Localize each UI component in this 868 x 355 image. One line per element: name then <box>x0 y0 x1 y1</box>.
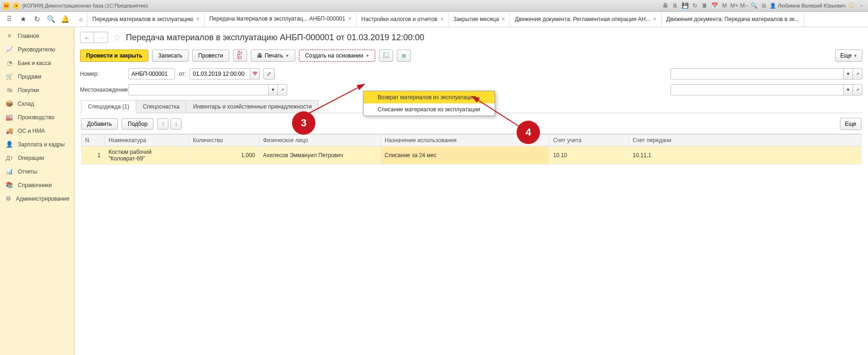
calendar-button[interactable]: 📅 <box>250 68 260 80</box>
number-input[interactable] <box>128 68 175 80</box>
move-down-button[interactable]: ↓ <box>170 118 182 130</box>
tab-item[interactable]: Закрытие месяца× <box>449 12 511 27</box>
info-icon[interactable]: ⓘ <box>848 2 855 9</box>
preview-icon[interactable]: 🗎 <box>671 2 679 9</box>
sidebar-item-manager[interactable]: 📈Руководителю <box>0 43 74 56</box>
dropdown-button[interactable]: ▼ <box>844 68 853 80</box>
chart-icon: 📈 <box>6 46 13 53</box>
col-person[interactable]: Физическое лицо <box>259 135 381 146</box>
org-input[interactable] <box>671 68 844 80</box>
cell-person[interactable]: Ахилесов Эммануил Петрович <box>259 146 381 165</box>
close-icon[interactable]: × <box>196 16 199 22</box>
mplus-icon[interactable]: М+ <box>730 2 738 9</box>
print-icon[interactable]: 🖶 <box>662 2 669 9</box>
warehouse-input[interactable] <box>671 84 844 95</box>
sidebar-item-bank[interactable]: ◔Банк и касса <box>0 56 74 70</box>
col-n[interactable]: N <box>81 135 105 146</box>
date-input[interactable] <box>190 68 250 80</box>
user-label[interactable]: 👤 Любимов Валерий Юрьевич <box>770 3 846 9</box>
notifications-icon[interactable]: 🔔 <box>61 15 69 23</box>
subtab-tooling[interactable]: Спецоснастка <box>136 100 186 113</box>
menu-item-writeoff[interactable]: Списание материалов из эксплуатации <box>364 103 495 116</box>
favorite-icon[interactable]: ☆ <box>113 32 121 43</box>
cell-n[interactable]: 1 <box>81 146 105 165</box>
tab-label: Передача материалов в эксплуатацию <box>92 16 193 22</box>
create-based-menu: Возврат материалов из эксплуатации Списа… <box>363 91 495 116</box>
cell-nomenclature[interactable]: Костюм рабочий "Коловрат-69" <box>105 146 189 165</box>
chevron-down-icon: ▼ <box>365 54 369 58</box>
location-input[interactable] <box>128 84 269 95</box>
favorites-icon[interactable]: ★ <box>19 15 27 23</box>
nav-forward-button[interactable]: → <box>94 32 108 43</box>
refresh-icon[interactable]: ↻ <box>691 2 699 9</box>
cell-purpose[interactable]: Списание за 24 мес <box>381 146 549 165</box>
cell-transfer-account[interactable]: 10.11.1 <box>629 146 861 165</box>
open-button[interactable]: ↗ <box>853 84 862 95</box>
minimize-icon[interactable]: − <box>858 2 865 9</box>
close-icon[interactable]: × <box>502 16 505 22</box>
window-icon[interactable]: ⧉ <box>760 2 767 9</box>
close-icon[interactable]: × <box>440 16 444 22</box>
sidebar-item-assets[interactable]: 🚚ОС и НМА <box>0 124 74 138</box>
col-nomenclature[interactable]: Номенклатура <box>105 135 189 146</box>
sidebar-item-admin[interactable]: ⚙Администрирование <box>0 192 74 205</box>
grid-more-button[interactable]: Еще <box>840 118 861 130</box>
save-icon[interactable]: 💾 <box>681 2 689 9</box>
mminus-icon[interactable]: М− <box>740 2 748 9</box>
expand-button[interactable]: ⤢ <box>263 68 275 80</box>
cell-account[interactable]: 10.10 <box>549 146 629 165</box>
apps-icon[interactable]: ⠿ <box>5 15 13 23</box>
tab-item[interactable]: Движения документа: Передача материалов … <box>662 12 804 27</box>
dt-kt-button[interactable]: ДтКт <box>233 50 247 62</box>
calendar-icon[interactable]: 📅 <box>711 2 718 9</box>
cell-quantity[interactable]: 1,000 <box>189 146 259 165</box>
calc-icon[interactable]: 🖩 <box>701 2 708 9</box>
sidebar-item-warehouse[interactable]: 📦Склад <box>0 97 74 110</box>
menu-item-return[interactable]: Возврат материалов из эксплуатации <box>364 91 495 103</box>
dropdown-button[interactable]: ▼ <box>269 84 278 95</box>
pick-button[interactable]: Подбор <box>122 118 153 130</box>
tab-home[interactable]: ⌂ <box>74 12 88 27</box>
app-menu-button[interactable]: ▾ <box>13 2 20 9</box>
sidebar-item-reports[interactable]: 📊Отчеты <box>0 165 74 178</box>
related-docs-button[interactable]: ⿺ <box>379 50 393 62</box>
subtab-inventory[interactable]: Инвентарь и хозяйственные принадлежности <box>186 100 319 113</box>
tab-item[interactable]: Передача материалов в эксплуатац... АНБП… <box>204 12 357 27</box>
tab-item[interactable]: Настройки налогов и отчетов× <box>357 12 449 27</box>
table-row[interactable]: 1 Костюм рабочий "Коловрат-69" 1,000 Ахи… <box>81 146 861 165</box>
col-transfer-account[interactable]: Счет передачи <box>629 135 861 146</box>
close-icon[interactable]: × <box>653 16 656 22</box>
sidebar-item-production[interactable]: 🏭Производство <box>0 110 74 124</box>
move-up-button[interactable]: ↑ <box>157 118 168 130</box>
sidebar-item-purchase[interactable]: 🛍Покупки <box>0 83 74 97</box>
sidebar-item-salary[interactable]: 👤Зарплата и кадры <box>0 138 74 151</box>
write-button[interactable]: Записать <box>152 50 188 62</box>
doc-title: Передача материалов в эксплуатацию АНБП-… <box>126 33 424 43</box>
m-icon[interactable]: М <box>721 2 728 9</box>
post-and-close-button[interactable]: Провести и закрыть <box>80 50 148 62</box>
sidebar-item-sales[interactable]: 🛒Продажи <box>0 70 74 83</box>
tab-item[interactable]: Движения документа: Регламентная операци… <box>510 12 662 27</box>
list-button[interactable]: ≣ <box>397 50 411 62</box>
close-icon[interactable]: × <box>348 15 351 22</box>
open-button[interactable]: ↗ <box>278 84 287 95</box>
subtab-clothes[interactable]: Спецодежда (1) <box>81 100 136 113</box>
open-button[interactable]: ↗ <box>853 68 862 80</box>
col-quantity[interactable]: Количество <box>189 135 259 146</box>
print-button[interactable]: 🖶Печать▼ <box>251 50 295 62</box>
dropdown-button[interactable]: ▼ <box>844 84 853 95</box>
sidebar-item-operations[interactable]: ДтОперации <box>0 151 74 165</box>
add-row-button[interactable]: Добавить <box>81 118 118 130</box>
post-button[interactable]: Провести <box>192 50 229 62</box>
sidebar-label: Администрирование <box>16 196 69 202</box>
sidebar-item-catalogs[interactable]: 📚Справочники <box>0 178 74 192</box>
col-account[interactable]: Счет учета <box>549 135 629 146</box>
sidebar-item-main[interactable]: ≡Главное <box>0 29 74 43</box>
zoom-icon[interactable]: 🔍 <box>750 2 758 9</box>
tab-item[interactable]: Передача материалов в эксплуатацию× <box>88 12 204 27</box>
more-button[interactable]: Еще▼ <box>835 50 862 62</box>
search-icon[interactable]: 🔍 <box>47 15 55 23</box>
history-icon[interactable]: ↻ <box>33 15 41 23</box>
nav-back-button[interactable]: ← <box>80 32 94 43</box>
create-based-button[interactable]: Создать на основании ▼ <box>299 50 375 62</box>
